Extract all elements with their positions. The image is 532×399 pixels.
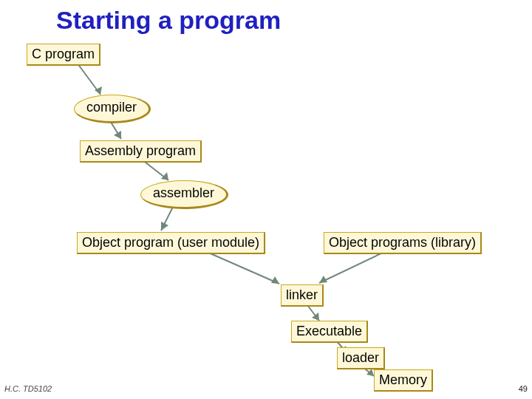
svg-marker-11 xyxy=(319,276,327,283)
svg-marker-7 xyxy=(161,222,168,231)
svg-line-8 xyxy=(207,252,279,284)
node-object-library: Object programs (library) xyxy=(324,232,482,254)
svg-marker-1 xyxy=(95,86,102,95)
node-assembly-program: Assembly program xyxy=(80,140,202,163)
node-loader: loader xyxy=(337,347,385,369)
page-title: Starting a program xyxy=(56,6,281,35)
svg-line-6 xyxy=(161,207,173,231)
slide-number: 49 xyxy=(519,384,528,393)
footer-left: H.C. TD5102 xyxy=(4,384,52,393)
node-c-program: C program xyxy=(27,44,100,66)
svg-marker-17 xyxy=(366,369,374,376)
svg-line-10 xyxy=(319,252,384,283)
svg-line-4 xyxy=(142,160,168,180)
node-compiler: compiler xyxy=(74,95,151,123)
svg-marker-13 xyxy=(312,313,319,321)
svg-line-0 xyxy=(78,64,100,95)
node-assembler: assembler xyxy=(140,180,228,209)
node-linker: linker xyxy=(281,284,324,307)
node-object-user: Object program (user module) xyxy=(77,232,265,254)
svg-line-12 xyxy=(307,305,319,321)
node-memory: Memory xyxy=(374,369,433,392)
svg-marker-3 xyxy=(114,131,121,139)
svg-marker-5 xyxy=(161,172,168,180)
node-executable: Executable xyxy=(291,321,368,343)
svg-marker-9 xyxy=(271,276,279,284)
